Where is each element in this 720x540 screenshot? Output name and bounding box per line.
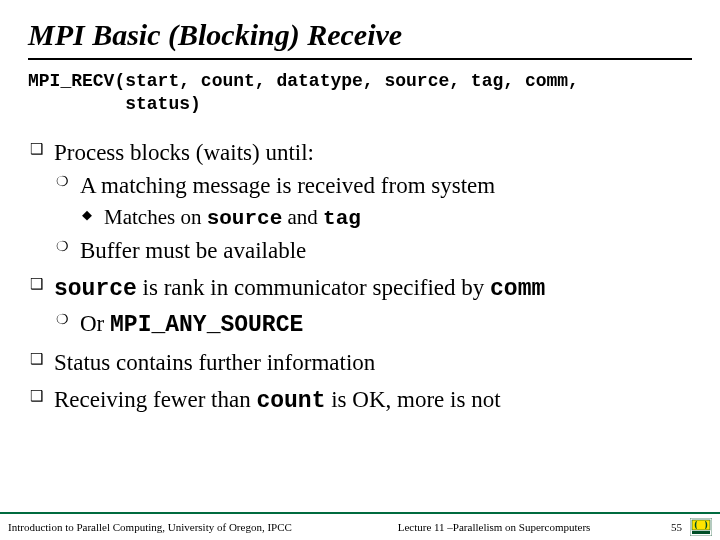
bullet-any-source: Or MPI_ANY_SOURCE: [54, 308, 692, 341]
slide: MPI Basic (Blocking) Receive MPI_RECV(st…: [0, 0, 720, 540]
bullet-text: A matching message is received from syst…: [80, 173, 495, 198]
text-mid: and: [282, 205, 323, 229]
bullet-text: Process blocks (waits) until:: [54, 140, 314, 165]
title-rule: [28, 58, 692, 60]
text-post: is OK, more is not: [325, 387, 500, 412]
slide-title: MPI Basic (Blocking) Receive: [28, 18, 692, 52]
footer-page-number: 55: [656, 521, 686, 533]
bullet-process-blocks: Process blocks (waits) until: A matching…: [28, 137, 692, 266]
bullet-matches-on: Matches on source and tag: [80, 203, 692, 233]
bullet-receiving-fewer: Receiving fewer than count is OK, more i…: [28, 384, 692, 417]
code-any-source: MPI_ANY_SOURCE: [110, 312, 303, 338]
bullet-list: Process blocks (waits) until: A matching…: [28, 137, 692, 417]
bullet-matching-message: A matching message is received from syst…: [54, 170, 692, 233]
bullet-buffer-available: Buffer must be available: [54, 235, 692, 266]
function-signature: MPI_RECV(start, count, datatype, source,…: [28, 70, 692, 115]
university-logo-icon: [690, 518, 712, 536]
code-source: source: [54, 276, 137, 302]
text-pre: Matches on: [104, 205, 207, 229]
code-count: count: [256, 388, 325, 414]
text-pre: Or: [80, 311, 110, 336]
footer: Introduction to Parallel Computing, Univ…: [0, 512, 720, 540]
bullet-text: Buffer must be available: [80, 238, 306, 263]
footer-left: Introduction to Parallel Computing, Univ…: [8, 521, 332, 533]
bullet-source-rank: source is rank in communicator specified…: [28, 272, 692, 340]
bullet-status-info: Status contains further information: [28, 347, 692, 378]
content-area: Process blocks (waits) until: A matching…: [28, 137, 692, 417]
svg-rect-2: [692, 531, 710, 534]
code-tag: tag: [323, 207, 361, 230]
bullet-text: Status contains further information: [54, 350, 375, 375]
code-source: source: [207, 207, 283, 230]
code-comm: comm: [490, 276, 545, 302]
footer-center: Lecture 11 –Parallelism on Supercomputer…: [332, 521, 656, 533]
text-mid: is rank in communicator specified by: [137, 275, 490, 300]
text-pre: Receiving fewer than: [54, 387, 256, 412]
svg-rect-1: [692, 520, 710, 530]
